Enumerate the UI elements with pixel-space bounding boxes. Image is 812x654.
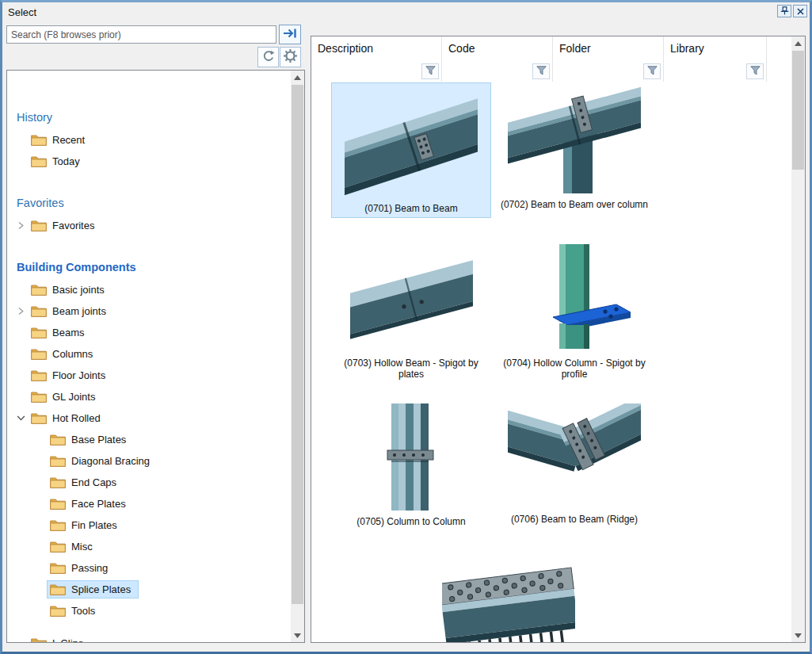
tree-section-building-components: Building Components (7, 255, 291, 279)
column-header-filler (767, 36, 791, 60)
column-header-library[interactable]: Library (664, 36, 767, 60)
scroll-up-button[interactable] (791, 36, 805, 50)
folder-icon (31, 134, 47, 146)
tree-item-fin-plates[interactable]: Fin Plates (7, 514, 291, 536)
folder-icon (31, 305, 47, 317)
tree-item-tools[interactable]: Tools (7, 600, 291, 621)
tree-item-floor-joints[interactable]: Floor Joints (7, 365, 291, 386)
tree-item-label: Floor Joints (52, 369, 105, 381)
component-item-0704[interactable]: (0704) Hollow Column - Spigot by profile (495, 238, 654, 383)
chevron-down-icon[interactable] (13, 415, 29, 421)
tree-item-splice-plates[interactable]: Splice Plates (7, 579, 291, 600)
tree-item-favorites[interactable]: Favorites (7, 215, 291, 236)
tree-item-beam-joints[interactable]: Beam joints (7, 300, 291, 322)
tree-item-label: Fin Plates (71, 519, 117, 531)
component-label: (0705) Column to Column (352, 516, 470, 527)
component-item-0702[interactable]: (0702) Beam to Beam over column (495, 83, 654, 213)
scroll-thumb[interactable] (792, 51, 804, 170)
folder-icon (50, 541, 66, 553)
filter-button-library[interactable] (746, 63, 764, 79)
tree-item-label: Misc (71, 541, 93, 553)
pin-icon (780, 6, 789, 17)
tree-item-label: GL Joints (52, 391, 95, 403)
filter-cell-library (664, 60, 767, 82)
component-item-0701[interactable]: (0701) Beam to Beam (332, 83, 490, 217)
tree-item-label: Beams (52, 327, 84, 338)
tree-item-row: Columns (29, 346, 100, 362)
tree-panel: HistoryRecentTodayFavoritesFavoritesBuil… (6, 70, 305, 643)
folder-icon (31, 412, 47, 424)
tree-item-gl-joints[interactable]: GL Joints (7, 386, 291, 407)
tree-item-today[interactable]: Today (7, 151, 291, 172)
filter-cell-folder (553, 60, 664, 82)
scroll-thumb[interactable] (292, 85, 303, 604)
tree-item-label: Splice Plates (71, 583, 131, 595)
column-header-label: Folder (559, 42, 591, 55)
tree-item-beams[interactable]: Beams (7, 322, 291, 343)
tree-item-diagonal-bracing[interactable]: Diagonal Bracing (7, 450, 291, 472)
tree-item-row: Basic joints (29, 281, 112, 298)
column-header-label: Code (448, 42, 475, 55)
tree-item-row: Face Plates (48, 495, 133, 512)
folder-icon (50, 519, 66, 531)
filter-cell-filler (767, 60, 791, 82)
settings-button[interactable] (280, 47, 301, 67)
tree-item-l-clips[interactable]: L Clips (7, 633, 291, 642)
scroll-down-button[interactable] (291, 629, 304, 642)
tree-item-recent[interactable]: Recent (7, 129, 291, 151)
tree-item-end-caps[interactable]: End Caps (7, 472, 291, 493)
component-item-0707[interactable] (427, 545, 589, 642)
filter-icon (536, 66, 547, 78)
component-item-0705[interactable]: (0705) Column to Column (332, 400, 490, 530)
filter-button-code[interactable] (532, 63, 550, 79)
component-item-0706[interactable]: (0706) Beam to Beam (Ridge) (495, 400, 654, 528)
scroll-up-button[interactable] (291, 71, 304, 84)
filter-cell-code (442, 60, 553, 82)
column-header-code[interactable]: Code (442, 36, 553, 60)
filter-cell-description (311, 60, 442, 82)
scroll-down-button[interactable] (791, 629, 805, 642)
titlebar-buttons (777, 5, 807, 17)
tree-item-base-plates[interactable]: Base Plates (7, 429, 291, 450)
tree-item-row: Hot Rolled (29, 410, 108, 426)
tree-item-passing[interactable]: Passing (7, 557, 291, 579)
folder-icon (50, 455, 66, 467)
refresh-button[interactable] (257, 47, 279, 67)
close-button[interactable] (793, 5, 807, 17)
tree-item-hot-rolled[interactable]: Hot Rolled (7, 407, 291, 429)
tree-item-face-plates[interactable]: Face Plates (7, 493, 291, 514)
tree-item-label: Hot Rolled (52, 412, 101, 424)
tree-item-label: End Caps (71, 476, 116, 488)
folder-icon (31, 155, 47, 167)
filter-button-folder[interactable] (643, 63, 661, 79)
folder-icon (31, 220, 47, 231)
tree-item-misc[interactable]: Misc (7, 536, 291, 557)
tree-item-columns[interactable]: Columns (7, 343, 291, 365)
tree-item-basic-joints[interactable]: Basic joints (7, 279, 291, 300)
component-item-0703[interactable]: (0703) Hollow Beam - Spigot by plates (332, 238, 490, 383)
search-input[interactable] (6, 25, 276, 44)
components-scrollbar[interactable] (791, 36, 805, 642)
component-thumbnail (515, 241, 634, 352)
folder-icon (50, 498, 66, 510)
column-header-folder[interactable]: Folder (553, 36, 664, 60)
search-submit-button[interactable] (279, 25, 301, 44)
folder-icon (50, 562, 66, 574)
components-grid: (0701) Beam to Beam (0702) Beam to Beam … (311, 82, 791, 642)
component-thumbnail (508, 86, 641, 193)
chevron-right-icon[interactable] (13, 307, 29, 316)
tree-item-label: L Clips (52, 637, 83, 642)
tree-scrollbar[interactable] (291, 71, 304, 642)
column-header-label: Library (670, 42, 704, 55)
titlebar: Select (2, 2, 810, 23)
chevron-right-icon[interactable] (13, 221, 29, 230)
pin-button[interactable] (777, 5, 791, 17)
filter-button-description[interactable] (421, 63, 439, 79)
tree-item-row: Tools (48, 602, 102, 619)
column-header-description[interactable]: Description (311, 36, 442, 60)
close-icon (797, 6, 804, 17)
component-label: (0702) Beam to Beam over column (496, 199, 653, 210)
tree-item-row: End Caps (48, 474, 124, 491)
component-thumbnail (442, 549, 575, 642)
tree-item-row: GL Joints (29, 388, 102, 405)
